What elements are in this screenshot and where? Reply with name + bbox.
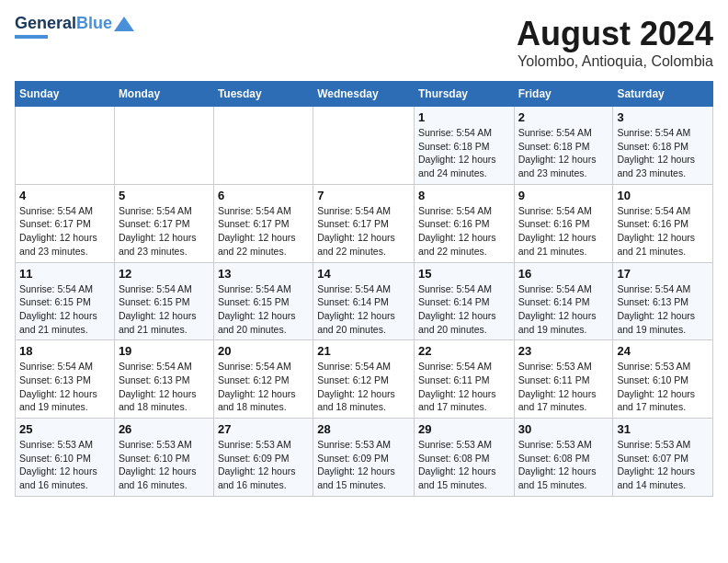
svg-marker-0 xyxy=(114,17,134,31)
calendar-cell: 3Sunrise: 5:54 AM Sunset: 6:18 PM Daylig… xyxy=(613,107,713,185)
cell-info-text: Sunrise: 5:54 AM Sunset: 6:18 PM Dayligh… xyxy=(518,126,609,180)
cell-info-text: Sunrise: 5:54 AM Sunset: 6:17 PM Dayligh… xyxy=(218,204,309,259)
calendar-cell: 2Sunrise: 5:54 AM Sunset: 6:18 PM Daylig… xyxy=(514,107,613,185)
calendar-cell: 13Sunrise: 5:54 AM Sunset: 6:15 PM Dayli… xyxy=(213,262,313,340)
col-sunday: Sunday xyxy=(16,82,115,107)
calendar-cell: 9Sunrise: 5:54 AM Sunset: 6:16 PM Daylig… xyxy=(514,184,613,262)
logo: GeneralBlue xyxy=(15,15,134,39)
calendar-cell: 27Sunrise: 5:53 AM Sunset: 6:09 PM Dayli… xyxy=(213,419,313,497)
col-saturday: Saturday xyxy=(613,82,713,107)
cell-day-number: 23 xyxy=(518,344,609,358)
cell-info-text: Sunrise: 5:54 AM Sunset: 6:13 PM Dayligh… xyxy=(617,282,709,337)
cell-day-number: 10 xyxy=(617,189,709,202)
col-tuesday: Tuesday xyxy=(213,82,313,107)
cell-day-number: 5 xyxy=(119,189,210,202)
calendar-cell: 30Sunrise: 5:53 AM Sunset: 6:08 PM Dayli… xyxy=(514,419,613,497)
cell-info-text: Sunrise: 5:54 AM Sunset: 6:13 PM Dayligh… xyxy=(19,360,110,414)
calendar-week-4: 18Sunrise: 5:54 AM Sunset: 6:13 PM Dayli… xyxy=(16,340,713,419)
cell-day-number: 9 xyxy=(518,189,609,202)
cell-day-number: 15 xyxy=(418,267,510,281)
cell-info-text: Sunrise: 5:54 AM Sunset: 6:16 PM Dayligh… xyxy=(518,204,609,259)
title-block: August 2024 Yolombo, Antioquia, Colombia xyxy=(517,15,713,70)
calendar-cell: 17Sunrise: 5:54 AM Sunset: 6:13 PM Dayli… xyxy=(613,262,713,340)
cell-info-text: Sunrise: 5:54 AM Sunset: 6:12 PM Dayligh… xyxy=(317,360,410,414)
cell-info-text: Sunrise: 5:54 AM Sunset: 6:12 PM Dayligh… xyxy=(218,360,309,414)
cell-day-number: 24 xyxy=(617,344,709,358)
cell-day-number: 11 xyxy=(19,267,110,281)
calendar-cell: 1Sunrise: 5:54 AM Sunset: 6:18 PM Daylig… xyxy=(414,107,514,185)
cell-info-text: Sunrise: 5:54 AM Sunset: 6:17 PM Dayligh… xyxy=(19,204,110,259)
calendar-cell: 29Sunrise: 5:53 AM Sunset: 6:08 PM Dayli… xyxy=(414,419,514,497)
cell-info-text: Sunrise: 5:54 AM Sunset: 6:15 PM Dayligh… xyxy=(218,282,309,337)
calendar-cell: 22Sunrise: 5:54 AM Sunset: 6:11 PM Dayli… xyxy=(414,340,514,419)
cell-info-text: Sunrise: 5:54 AM Sunset: 6:13 PM Dayligh… xyxy=(119,360,210,414)
calendar-cell: 31Sunrise: 5:53 AM Sunset: 6:07 PM Dayli… xyxy=(613,419,713,497)
cell-info-text: Sunrise: 5:54 AM Sunset: 6:17 PM Dayligh… xyxy=(317,204,410,259)
cell-info-text: Sunrise: 5:54 AM Sunset: 6:14 PM Dayligh… xyxy=(418,282,510,337)
calendar-cell: 25Sunrise: 5:53 AM Sunset: 6:10 PM Dayli… xyxy=(16,419,115,497)
calendar-cell: 28Sunrise: 5:53 AM Sunset: 6:09 PM Dayli… xyxy=(313,419,415,497)
calendar-cell: 5Sunrise: 5:54 AM Sunset: 6:17 PM Daylig… xyxy=(114,184,213,262)
cell-info-text: Sunrise: 5:54 AM Sunset: 6:15 PM Dayligh… xyxy=(119,282,210,337)
calendar-cell xyxy=(114,107,213,185)
cell-day-number: 31 xyxy=(617,422,709,436)
cell-day-number: 29 xyxy=(418,422,510,436)
cell-day-number: 16 xyxy=(518,267,609,281)
col-friday: Friday xyxy=(514,82,613,107)
cell-day-number: 17 xyxy=(617,267,709,281)
calendar-cell: 23Sunrise: 5:53 AM Sunset: 6:11 PM Dayli… xyxy=(514,340,613,419)
calendar-cell: 11Sunrise: 5:54 AM Sunset: 6:15 PM Dayli… xyxy=(16,262,115,340)
calendar-cell: 26Sunrise: 5:53 AM Sunset: 6:10 PM Dayli… xyxy=(114,419,213,497)
cell-info-text: Sunrise: 5:54 AM Sunset: 6:18 PM Dayligh… xyxy=(617,126,709,180)
calendar-cell: 24Sunrise: 5:53 AM Sunset: 6:10 PM Dayli… xyxy=(613,340,713,419)
logo-bar xyxy=(15,35,48,39)
calendar-body: 1Sunrise: 5:54 AM Sunset: 6:18 PM Daylig… xyxy=(16,107,713,497)
cell-day-number: 20 xyxy=(218,344,309,358)
cell-day-number: 21 xyxy=(317,344,410,358)
calendar-cell xyxy=(213,107,313,185)
calendar-week-5: 25Sunrise: 5:53 AM Sunset: 6:10 PM Dayli… xyxy=(16,419,713,497)
cell-day-number: 25 xyxy=(19,422,110,436)
calendar-cell: 15Sunrise: 5:54 AM Sunset: 6:14 PM Dayli… xyxy=(414,262,514,340)
cell-info-text: Sunrise: 5:54 AM Sunset: 6:17 PM Dayligh… xyxy=(119,204,210,259)
cell-info-text: Sunrise: 5:54 AM Sunset: 6:14 PM Dayligh… xyxy=(317,282,410,337)
header-row: Sunday Monday Tuesday Wednesday Thursday… xyxy=(16,82,713,107)
calendar-cell: 12Sunrise: 5:54 AM Sunset: 6:15 PM Dayli… xyxy=(114,262,213,340)
cell-day-number: 27 xyxy=(218,422,309,436)
cell-day-number: 26 xyxy=(119,422,210,436)
calendar-cell: 6Sunrise: 5:54 AM Sunset: 6:17 PM Daylig… xyxy=(213,184,313,262)
calendar-cell: 8Sunrise: 5:54 AM Sunset: 6:16 PM Daylig… xyxy=(414,184,514,262)
page-subtitle: Yolombo, Antioquia, Colombia xyxy=(517,53,713,70)
cell-info-text: Sunrise: 5:53 AM Sunset: 6:09 PM Dayligh… xyxy=(218,438,309,492)
cell-info-text: Sunrise: 5:53 AM Sunset: 6:08 PM Dayligh… xyxy=(518,438,609,492)
calendar-cell xyxy=(16,107,115,185)
cell-info-text: Sunrise: 5:53 AM Sunset: 6:10 PM Dayligh… xyxy=(19,438,110,492)
page-title: August 2024 xyxy=(517,15,713,53)
cell-day-number: 2 xyxy=(518,110,609,124)
calendar-cell: 18Sunrise: 5:54 AM Sunset: 6:13 PM Dayli… xyxy=(16,340,115,419)
logo-icon xyxy=(114,17,134,31)
calendar-cell: 14Sunrise: 5:54 AM Sunset: 6:14 PM Dayli… xyxy=(313,262,415,340)
calendar-cell: 19Sunrise: 5:54 AM Sunset: 6:13 PM Dayli… xyxy=(114,340,213,419)
cell-info-text: Sunrise: 5:54 AM Sunset: 6:18 PM Dayligh… xyxy=(418,126,510,180)
calendar-week-3: 11Sunrise: 5:54 AM Sunset: 6:15 PM Dayli… xyxy=(16,262,713,340)
cell-info-text: Sunrise: 5:54 AM Sunset: 6:16 PM Dayligh… xyxy=(418,204,510,259)
cell-day-number: 30 xyxy=(518,422,609,436)
calendar-week-2: 4Sunrise: 5:54 AM Sunset: 6:17 PM Daylig… xyxy=(16,184,713,262)
cell-day-number: 18 xyxy=(19,344,110,358)
cell-info-text: Sunrise: 5:53 AM Sunset: 6:07 PM Dayligh… xyxy=(617,438,709,492)
col-wednesday: Wednesday xyxy=(313,82,415,107)
cell-day-number: 13 xyxy=(218,267,309,281)
calendar-cell: 20Sunrise: 5:54 AM Sunset: 6:12 PM Dayli… xyxy=(213,340,313,419)
cell-info-text: Sunrise: 5:53 AM Sunset: 6:08 PM Dayligh… xyxy=(418,438,510,492)
cell-day-number: 3 xyxy=(617,110,709,124)
cell-day-number: 8 xyxy=(418,189,510,202)
cell-info-text: Sunrise: 5:53 AM Sunset: 6:11 PM Dayligh… xyxy=(518,360,609,414)
cell-info-text: Sunrise: 5:54 AM Sunset: 6:11 PM Dayligh… xyxy=(418,360,510,414)
page-header: GeneralBlue August 2024 Yolombo, Antioqu… xyxy=(15,15,713,70)
calendar-cell xyxy=(313,107,415,185)
col-thursday: Thursday xyxy=(414,82,514,107)
calendar-cell: 21Sunrise: 5:54 AM Sunset: 6:12 PM Dayli… xyxy=(313,340,415,419)
cell-info-text: Sunrise: 5:53 AM Sunset: 6:10 PM Dayligh… xyxy=(119,438,210,492)
cell-day-number: 22 xyxy=(418,344,510,358)
